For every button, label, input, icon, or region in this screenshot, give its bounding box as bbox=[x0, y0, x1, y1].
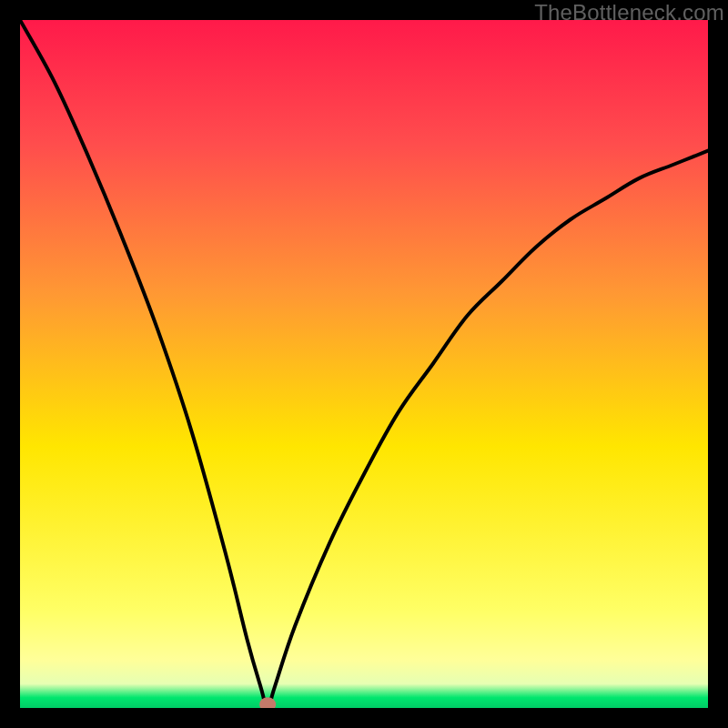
watermark: TheBottleneck.com bbox=[534, 0, 724, 25]
chart-svg bbox=[20, 20, 708, 708]
chart-frame bbox=[0, 0, 728, 728]
gradient-background bbox=[20, 20, 708, 708]
chart-container: { "watermark": "TheBottleneck.com", "cha… bbox=[0, 0, 728, 728]
plot-area bbox=[20, 20, 708, 708]
